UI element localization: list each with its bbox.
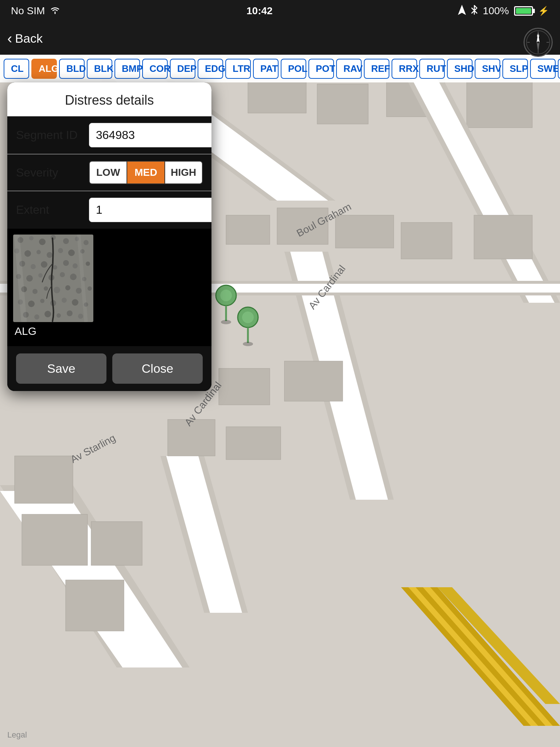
filter-tab-BLK[interactable]: BLK bbox=[87, 59, 112, 79]
filter-tab-CL[interactable]: CL bbox=[4, 59, 29, 79]
status-right: 100% ⚡ bbox=[458, 5, 549, 18]
filter-tab-PAT[interactable]: PAT bbox=[253, 59, 279, 79]
svg-point-61 bbox=[243, 342, 253, 346]
filter-tab-RUT[interactable]: RUT bbox=[419, 59, 445, 79]
battery-icon bbox=[514, 6, 533, 16]
extent-row: Extent bbox=[7, 191, 211, 229]
filter-tab-REF[interactable]: REF bbox=[364, 59, 389, 79]
back-button[interactable]: ‹ Back bbox=[7, 31, 43, 46]
back-label: Back bbox=[15, 31, 43, 46]
svg-point-57 bbox=[221, 320, 231, 324]
svg-rect-46 bbox=[91, 522, 142, 565]
filter-tab-DEP[interactable]: DEP bbox=[170, 59, 195, 79]
svg-point-55 bbox=[220, 290, 232, 301]
distress-dialog: Distress details Segment ID Severity LOW… bbox=[7, 82, 211, 391]
segment-id-label: Segment ID bbox=[16, 128, 82, 142]
svg-rect-41 bbox=[284, 361, 343, 401]
wifi-icon bbox=[49, 5, 61, 17]
filter-tab-SLP[interactable]: SLP bbox=[502, 59, 528, 79]
svg-rect-43 bbox=[226, 427, 281, 460]
filter-tab-SHV[interactable]: SHV bbox=[475, 59, 500, 79]
charging-icon: ⚡ bbox=[538, 6, 549, 16]
dialog-buttons: Save Close bbox=[7, 346, 211, 391]
filter-tab-REA[interactable]: REA bbox=[558, 59, 560, 79]
filter-bar: CL ALG BLD BLK BMP COR DEP EDG LTR PAT P… bbox=[0, 55, 560, 82]
svg-rect-14 bbox=[317, 84, 368, 124]
svg-rect-40 bbox=[219, 368, 270, 405]
svg-rect-36 bbox=[401, 222, 452, 259]
severity-med-button[interactable]: MED bbox=[127, 162, 165, 183]
filter-tab-SWE[interactable]: SWE bbox=[530, 59, 556, 79]
severity-low-button[interactable]: LOW bbox=[90, 162, 127, 183]
svg-rect-47 bbox=[66, 580, 124, 631]
back-chevron-icon: ‹ bbox=[7, 31, 12, 46]
filter-tab-BMP[interactable]: BMP bbox=[114, 59, 140, 79]
carrier-label: No SIM bbox=[11, 5, 45, 17]
severity-row: Severity LOW MED HIGH bbox=[7, 154, 211, 191]
extent-label: Extent bbox=[16, 203, 82, 217]
filter-tab-COR[interactable]: COR bbox=[142, 59, 168, 79]
severity-label: Severity bbox=[16, 166, 82, 179]
save-button[interactable]: Save bbox=[16, 353, 106, 384]
status-bar: No SIM 10:42 100% ⚡ bbox=[0, 0, 560, 22]
svg-rect-45 bbox=[22, 514, 88, 565]
nav-bar: ‹ Back bbox=[0, 22, 560, 55]
legal-text: Legal bbox=[7, 730, 27, 740]
time-display: 10:42 bbox=[246, 5, 273, 17]
svg-point-59 bbox=[242, 311, 254, 323]
bluetooth-icon bbox=[471, 5, 478, 18]
photo-area: ALG bbox=[7, 229, 211, 346]
segment-id-input[interactable] bbox=[89, 123, 211, 147]
svg-rect-16 bbox=[467, 80, 532, 128]
location-icon bbox=[458, 5, 466, 18]
filter-tab-RRX[interactable]: RRX bbox=[392, 59, 417, 79]
svg-rect-37 bbox=[474, 215, 532, 259]
severity-toggle: LOW MED HIGH bbox=[89, 161, 203, 184]
battery-percent: 100% bbox=[483, 5, 509, 17]
filter-tab-RAV[interactable]: RAV bbox=[336, 59, 362, 79]
dialog-title: Distress details bbox=[7, 82, 211, 116]
compass: N bbox=[524, 28, 553, 57]
svg-rect-44 bbox=[15, 456, 73, 503]
photo-thumbnail[interactable] bbox=[13, 235, 93, 322]
close-button[interactable]: Close bbox=[112, 353, 203, 384]
filter-tab-POT[interactable]: POT bbox=[308, 59, 334, 79]
svg-rect-33 bbox=[226, 215, 270, 244]
severity-high-button[interactable]: HIGH bbox=[165, 162, 202, 183]
filter-tab-EDG[interactable]: EDG bbox=[198, 59, 223, 79]
svg-text:N: N bbox=[537, 34, 540, 38]
filter-tab-SHD[interactable]: SHD bbox=[447, 59, 472, 79]
segment-id-row: Segment ID bbox=[7, 116, 211, 154]
filter-tab-LTR[interactable]: LTR bbox=[225, 59, 251, 79]
status-left: No SIM bbox=[11, 5, 61, 17]
photo-type-label: ALG bbox=[13, 322, 38, 340]
filter-tab-POL[interactable]: POL bbox=[281, 59, 306, 79]
filter-tab-BLD[interactable]: BLD bbox=[59, 59, 85, 79]
extent-input[interactable] bbox=[89, 198, 211, 222]
svg-rect-35 bbox=[335, 215, 394, 248]
filter-tab-ALG[interactable]: ALG bbox=[31, 59, 57, 79]
